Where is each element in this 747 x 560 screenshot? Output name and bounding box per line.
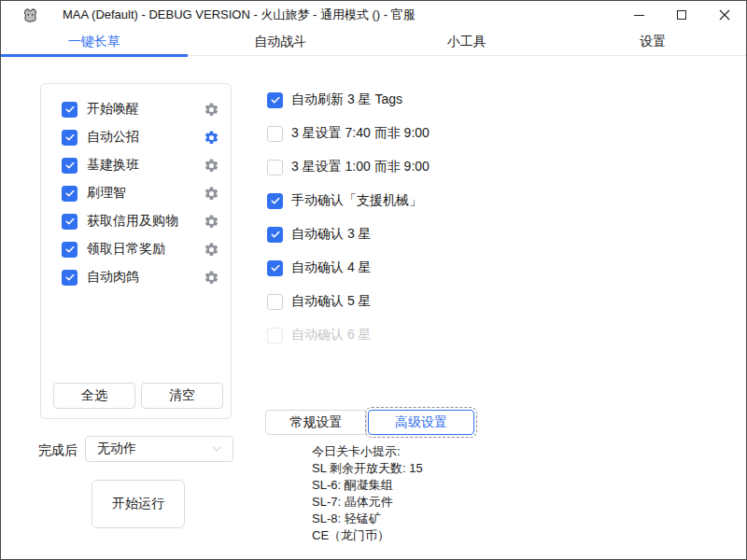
tips-line: CE（龙门币） <box>312 527 423 544</box>
recruit-option-row: 手动确认「支援机械」 <box>267 184 430 217</box>
titlebar: MAA (Default) - DEBUG VERSION - 火山旅梦 - 通… <box>1 1 746 29</box>
tab-label: 小工具 <box>447 34 486 50</box>
option-label: 自动刷新 3 星 Tags <box>291 91 402 108</box>
recruit-option-row: 自动确认 4 星 <box>267 251 430 285</box>
chevron-down-icon <box>210 442 223 455</box>
check-icon <box>270 94 281 105</box>
task-row-fight: 刷理智 <box>41 179 231 207</box>
post-action-dropdown[interactable]: 无动作 <box>85 436 233 462</box>
post-action-label: 完成后 <box>38 442 78 459</box>
option-label: 自动确认 6 星 <box>291 327 372 343</box>
post-action-selected: 无动作 <box>97 441 136 457</box>
check-icon <box>64 244 76 255</box>
option-label: 自动确认 5 星 <box>291 293 372 310</box>
task-label: 刷理智 <box>87 185 126 202</box>
gear-icon[interactable] <box>204 186 219 202</box>
task-row-recruit: 自动公招 <box>41 123 231 151</box>
tips-line: SL-7: 晶体元件 <box>312 494 423 511</box>
gear-icon[interactable] <box>204 102 219 118</box>
stage-tips: 今日关卡小提示: SL 剩余开放天数: 15 SL-6: 酮凝集组 SL-7: … <box>312 443 423 544</box>
tab-farming[interactable]: 一键长草 <box>1 29 188 55</box>
start-run-button[interactable]: 开始运行 <box>92 480 185 528</box>
check-icon <box>64 132 76 143</box>
maximize-icon <box>677 10 686 20</box>
option-label: 自动确认 3 星 <box>291 226 372 243</box>
window-controls <box>617 1 746 29</box>
option-checkbox[interactable] <box>267 126 283 142</box>
task-checkbox[interactable] <box>62 130 78 146</box>
option-label: 3 星设置 7:40 而非 9:00 <box>291 125 430 142</box>
tab-copilot[interactable]: 自动战斗 <box>188 29 374 55</box>
check-icon <box>64 216 76 227</box>
gear-icon[interactable] <box>204 242 219 258</box>
task-checkbox[interactable] <box>62 214 78 230</box>
tab-label: 设置 <box>640 34 666 50</box>
app-logo-icon <box>22 7 38 23</box>
task-label: 自动公招 <box>87 129 139 146</box>
task-label: 自动肉鸽 <box>87 269 139 286</box>
advanced-settings-button[interactable]: 高级设置 <box>368 410 474 435</box>
select-all-button[interactable]: 全选 <box>53 383 135 409</box>
task-label: 领取日常奖励 <box>87 241 165 258</box>
tab-tools[interactable]: 小工具 <box>374 29 560 55</box>
check-icon <box>270 229 281 240</box>
main-content: 开始唤醒 自动公招 基建换班 刷理智 获取信用及购物 <box>1 55 746 559</box>
check-icon <box>270 262 281 273</box>
option-checkbox[interactable] <box>267 260 283 276</box>
gear-icon[interactable] <box>204 214 219 230</box>
task-label: 开始唤醒 <box>87 101 139 118</box>
recruit-options: 自动刷新 3 星 Tags 3 星设置 7:40 而非 9:00 3 星设置 1… <box>267 83 430 352</box>
option-label: 手动确认「支援机械」 <box>291 192 422 209</box>
minimize-button[interactable] <box>617 1 660 29</box>
task-label: 基建换班 <box>87 157 139 174</box>
task-list-panel: 开始唤醒 自动公招 基建换班 刷理智 获取信用及购物 <box>40 83 232 419</box>
recruit-option-row: 自动确认 5 星 <box>267 285 430 318</box>
check-icon <box>270 195 281 206</box>
minimize-icon <box>634 15 644 16</box>
normal-settings-button[interactable]: 常规设置 <box>265 410 367 435</box>
tab-settings[interactable]: 设置 <box>560 29 747 55</box>
recruit-option-row: 3 星设置 1:00 而非 9:00 <box>267 150 430 184</box>
task-checkbox[interactable] <box>62 242 78 258</box>
tab-label: 自动战斗 <box>254 34 306 50</box>
maximize-button[interactable] <box>660 1 703 29</box>
option-label: 3 星设置 1:00 而非 9:00 <box>291 159 430 175</box>
recruit-settings-buttons: 常规设置 高级设置 <box>265 410 474 435</box>
check-icon <box>64 104 76 115</box>
close-button[interactable] <box>703 1 746 29</box>
gear-icon[interactable] <box>204 270 219 286</box>
task-checkbox[interactable] <box>62 186 78 202</box>
tips-line: SL 剩余开放天数: 15 <box>312 460 423 477</box>
option-checkbox[interactable] <box>267 160 283 175</box>
gear-icon[interactable] <box>204 158 219 174</box>
recruit-option-row: 自动确认 3 星 <box>267 217 430 251</box>
recruit-option-row: 自动确认 6 星 <box>267 318 430 352</box>
task-row-roguelike: 自动肉鸽 <box>41 263 231 291</box>
option-checkbox[interactable] <box>267 193 283 209</box>
task-checkbox[interactable] <box>62 102 78 118</box>
option-checkbox[interactable] <box>267 328 283 343</box>
task-row-award: 领取日常奖励 <box>41 235 231 263</box>
tab-label: 一键长草 <box>68 34 120 50</box>
option-checkbox[interactable] <box>267 92 283 108</box>
option-label: 自动确认 4 星 <box>291 259 372 276</box>
close-icon <box>719 9 730 21</box>
task-panel-buttons: 全选 清空 <box>53 383 223 409</box>
tips-line: SL-6: 酮凝集组 <box>312 477 423 494</box>
check-icon <box>64 188 76 199</box>
app-window: MAA (Default) - DEBUG VERSION - 火山旅梦 - 通… <box>0 0 747 560</box>
clear-button[interactable]: 清空 <box>141 383 223 409</box>
option-checkbox[interactable] <box>267 227 283 243</box>
gear-icon[interactable] <box>204 130 219 146</box>
task-row-wakeup: 开始唤醒 <box>41 95 231 123</box>
window-title: MAA (Default) - DEBUG VERSION - 火山旅梦 - 通… <box>63 7 416 23</box>
check-icon <box>64 272 76 283</box>
option-checkbox[interactable] <box>267 294 283 310</box>
task-row-mall: 获取信用及购物 <box>41 207 231 235</box>
task-checkbox[interactable] <box>62 270 78 286</box>
tips-line: 今日关卡小提示: <box>312 443 423 460</box>
task-checkbox[interactable] <box>62 158 78 174</box>
tab-bar: 一键长草 自动战斗 小工具 设置 <box>1 29 746 56</box>
task-row-infrast: 基建换班 <box>41 151 231 179</box>
recruit-option-row: 3 星设置 7:40 而非 9:00 <box>267 117 430 150</box>
